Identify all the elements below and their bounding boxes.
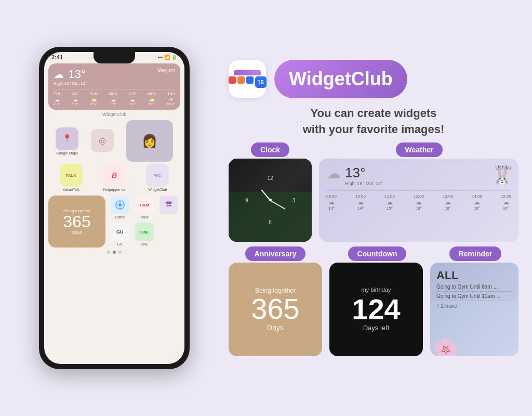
header-area: 15 WidgetClub — [229, 60, 518, 98]
main-container: 2:41 ▪▪▪ 📶 🔋 ☁ 13° High: 16° — [0, 0, 532, 416]
weather-cloud-icon: ☁ — [326, 165, 341, 182]
phone-screen: 2:41 ▪▪▪ 📶 🔋 ☁ 13° High: 16° — [44, 52, 184, 364]
wp-day-2: 10:00 ☁ 14° — [355, 194, 366, 211]
clock-12: 12 — [267, 175, 273, 181]
phone-mockup: 2:41 ▪▪▪ 📶 🔋 ☁ 13° High: 16° — [39, 47, 190, 369]
reminder-item-2: Going to Gym Until 10am ... — [436, 292, 512, 301]
weather-preview-content: ☁ 13° High: 16° Min: 12° Ushiku — [326, 165, 511, 211]
category-anniversary-label[interactable]: Anniversary — [245, 246, 306, 261]
weather-days-row: 09:00 ☁ 13° 10:00 ☁ 14° 11:00 ☁ 15° — [326, 190, 511, 211]
reminder-content: ALL Going to Gym Until 8am ... Going to … — [436, 269, 512, 309]
logo-top-bar — [234, 70, 261, 75]
weather-preview-left: ☁ 13° High: 16° Min: 12° — [326, 165, 383, 186]
flower-emoji: 🌸 — [433, 337, 459, 356]
category-countdown-label[interactable]: Countdown — [348, 246, 407, 261]
clock-dot — [269, 199, 272, 201]
weather-right: Ushiku 🐰 — [493, 165, 511, 186]
weather-preview-top: ☁ 13° High: 16° Min: 12° Ushiku — [326, 165, 511, 186]
wp-day-6: 14:00 ☁ 16° — [472, 194, 482, 211]
reminder-item-1: Going to Gym Until 8am ... — [436, 282, 512, 292]
clock-6: 6 — [269, 219, 272, 225]
app-logo: 15 — [229, 60, 266, 98]
phone-bottom-row: Being together 365 Days Safari H&M — [48, 196, 180, 248]
app-title[interactable]: WidgetClub — [274, 60, 407, 98]
widgets-row-2: Being together 365 Days my birthday 124 … — [229, 263, 518, 356]
weather-widget-preview: ☁ 13° High: 16° Min: 12° Ushiku — [319, 159, 518, 242]
category-reminder-label[interactable]: Reminder — [449, 246, 502, 261]
clock-9: 9 — [245, 197, 248, 203]
clock-face: 12 3 6 9 — [244, 174, 296, 226]
phone-section: 2:41 ▪▪▪ 📶 🔋 ☁ 13° High: 16° — [16, 47, 213, 369]
logo-number: 15 — [255, 76, 267, 88]
wp-day-5: 13:00 ☁ 16° — [443, 194, 453, 211]
tagline: You can create widgets with your favorit… — [229, 106, 518, 138]
reminder-more: + 2 more — [436, 303, 512, 309]
weather-temp-info: 13° High: 16° Min: 12° — [345, 165, 383, 186]
wp-day-4: 12:00 ☁ 16° — [414, 194, 424, 211]
phone-anniversary-widget: Being together 365 Days — [48, 196, 105, 248]
logo-icons-row: 15 — [229, 76, 267, 88]
phone-notch — [94, 52, 135, 63]
reminder-widget-preview: 🌸 ALL Going to Gym Until 8am ... Going t… — [430, 263, 518, 356]
wp-day-3: 11:00 ☁ 15° — [384, 194, 395, 211]
logo-icon-blue — [246, 76, 254, 84]
wp-day-1: 09:00 ☁ 13° — [326, 194, 337, 211]
anniversary-widget-preview: Being together 365 Days — [229, 263, 322, 356]
widgets-row-1: 12 3 6 9 — [229, 159, 518, 242]
clock-widget-preview: 12 3 6 9 — [229, 159, 312, 242]
logo-icon-orange — [237, 76, 245, 84]
minute-hand — [270, 200, 286, 209]
hour-hand — [261, 189, 271, 200]
right-section: 15 WidgetClub You can create widgets wit… — [229, 60, 518, 356]
clock-3: 3 — [292, 197, 295, 203]
wp-day-7: 15:00 ☁ 16° — [501, 194, 511, 211]
weather-bunny-icon: 🐰 — [493, 168, 511, 186]
countdown-widget-preview: my birthday 124 Days left — [329, 263, 423, 356]
logo-icon-red — [229, 76, 236, 84]
category-weather-label[interactable]: Weather — [396, 142, 443, 157]
category-clock-label[interactable]: Clock — [251, 142, 289, 157]
